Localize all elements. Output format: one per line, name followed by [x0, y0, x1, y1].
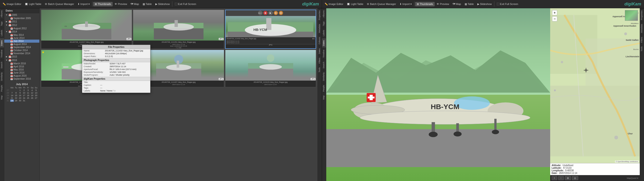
tree-2014[interactable]: ▼ 📅 2014	[4, 30, 39, 34]
day-21[interactable]: 21	[10, 97, 14, 99]
labels-tab[interactable]: Labels	[0, 28, 4, 38]
day-19[interactable]: 19	[30, 94, 34, 97]
preview-button[interactable]: 👁Preview	[113, 2, 129, 6]
tree-2015[interactable]: ▶ 📅 2015	[4, 55, 39, 58]
day-16[interactable]: 16	[18, 94, 22, 97]
search-tab[interactable]: Search	[0, 60, 4, 70]
day-18[interactable]: 18	[26, 94, 30, 97]
tree-aug2012[interactable]: 📆 August 2012	[4, 27, 39, 30]
exit-fullscreen-r-button[interactable]: ⛶Exit Full Screen	[495, 2, 520, 6]
r-dates-tab[interactable]: Dates	[322, 38, 326, 48]
tree-mar2016[interactable]: 📆 March 2016	[4, 62, 39, 65]
r-tools-tab[interactable]: Tools	[640, 44, 644, 53]
filters-tab[interactable]: Filters	[318, 56, 322, 66]
thumb-item-6[interactable]: JPG 20140728_113123-Vary_Eze_Ragaz.jpg 2…	[225, 50, 316, 87]
map-tb-center-btn[interactable]: ◎	[572, 176, 578, 180]
day-28[interactable]: 28	[10, 100, 14, 102]
thumb-item-2[interactable]: JPG 20140728_111151-Vary_Eze_Ragaz.jpg 2…	[133, 10, 224, 49]
day-10[interactable]: 10	[22, 92, 26, 94]
popup-btn-stop[interactable]: ■	[263, 11, 268, 15]
day-8[interactable]: 8	[14, 92, 18, 94]
day-25[interactable]: 25	[26, 97, 30, 99]
day-13[interactable]: 13	[34, 92, 38, 94]
popup-btn-end[interactable]: ⊗	[279, 11, 283, 15]
r-meta-tab[interactable]: Metadata	[640, 22, 644, 35]
props-tab[interactable]: Properties	[318, 8, 322, 22]
batch-queue-button[interactable]: ⚙Batch Queue Manager	[43, 2, 76, 6]
day-20[interactable]: 20	[34, 94, 38, 97]
r-tags-tab[interactable]: Tags	[322, 19, 326, 28]
tree-sep2014[interactable]: 📆 September 2014	[4, 46, 39, 49]
tree-2005[interactable]: ▼ 📅 2005	[4, 13, 39, 17]
r-labels-tab[interactable]: Labels	[322, 28, 326, 38]
map-tb-zoom-out-btn[interactable]: −	[558, 176, 564, 180]
day-29[interactable]: 29	[14, 100, 18, 102]
tree-may2016[interactable]: 📆 May 2016	[4, 68, 39, 71]
thumbnails-r-button[interactable]: ⊞Thumbnails	[415, 2, 435, 6]
day-31[interactable]: 31	[22, 100, 26, 102]
r-props-tab[interactable]: Properties	[640, 8, 644, 22]
map-area[interactable]: Appenzell Ausserrhoden Appenzell Innerrh…	[550, 8, 640, 163]
tree-apr2016[interactable]: 📆 April 2016	[4, 65, 39, 68]
day-26[interactable]: 26	[30, 97, 34, 99]
tags-tab[interactable]: Tags	[0, 19, 4, 28]
import-button[interactable]: ⬇Import▾	[76, 2, 92, 6]
thumbnails-button[interactable]: ⊞Thumbnails	[93, 2, 113, 6]
day-12[interactable]: 12	[30, 92, 34, 94]
meta-tab[interactable]: Metadata	[318, 22, 322, 35]
day-11[interactable]: 11	[26, 92, 30, 94]
colours-tab[interactable]: Colours	[318, 35, 322, 46]
day-2[interactable]: 2	[22, 89, 26, 92]
thumb-item-3[interactable]: ⟵ ■ ▶ ⊕ ⊗ HB-YCM	[225, 10, 316, 49]
image-editor-button[interactable]: ✏️Image Editor	[1, 2, 23, 6]
map-button[interactable]: 🗺Map	[129, 2, 140, 6]
r-people-tab[interactable]: People	[322, 83, 326, 94]
thumb-item-1[interactable]: HB- JPG 20140728_111017-Vary_Eze_Ragaz.j…	[41, 10, 132, 49]
image-editor-r-button[interactable]: ✏️Image Editor	[323, 2, 345, 6]
tree-2016[interactable]: ▼ 📅 2016	[4, 58, 39, 62]
r-filters-tab[interactable]: Filters	[640, 35, 644, 45]
tree-aug2014[interactable]: 📆 August 2014	[4, 43, 39, 46]
exit-fullscreen-button[interactable]: ⛶Exit Full Screen	[173, 2, 198, 6]
day-4[interactable]: 4	[30, 89, 34, 92]
timeline-tab[interactable]: Timeline	[0, 48, 4, 60]
popup-btn-next[interactable]: ⊕	[274, 11, 278, 15]
tree-jun2014[interactable]: 📆 June 2014	[4, 36, 39, 40]
day-24[interactable]: 24	[22, 97, 26, 99]
day-9[interactable]: 9	[18, 92, 22, 94]
tree-2012[interactable]: ▼ 📅 2012	[4, 23, 39, 27]
tools-tab[interactable]: Tools	[318, 66, 322, 74]
tree-jul2014[interactable]: 📆 July 2014	[4, 40, 39, 43]
slideshow-button[interactable]: ▶Slideshow	[154, 2, 171, 6]
popup-btn-home[interactable]: ⟵	[258, 11, 262, 15]
similarity-tab[interactable]: Similarity	[0, 70, 4, 83]
dates-tab[interactable]: Dates	[0, 38, 4, 48]
r-timeline-tab[interactable]: Timeline	[322, 48, 326, 60]
map-r-button[interactable]: 🗺Map	[451, 2, 462, 6]
slideshow-r-button[interactable]: ▶Slideshow	[476, 2, 493, 6]
day-3[interactable]: 3	[26, 89, 30, 92]
tree-nov2014[interactable]: 📆 November 2014	[4, 52, 39, 55]
r-similarity-tab[interactable]: Similarity	[322, 70, 326, 83]
batch-queue-r-button[interactable]: ⚙Batch Queue Manager	[365, 2, 398, 6]
tree-2011[interactable]: ▶ 📅 2011	[4, 20, 39, 23]
day-27[interactable]: 27	[34, 97, 38, 99]
day-15[interactable]: 15	[14, 94, 18, 97]
table-r-button[interactable]: ▦Table	[463, 2, 476, 6]
tree-may2014[interactable]: 📆 May 2014	[4, 34, 39, 36]
tree-sep2016[interactable]: 📆 September 2016	[4, 77, 39, 80]
tree-jun2016[interactable]: 📆 June 2016	[4, 71, 39, 74]
tree-sep2005[interactable]: 📆 September 2005	[4, 17, 39, 20]
day-1[interactable]: 1	[18, 89, 22, 92]
albums-tab[interactable]: Albums	[0, 8, 4, 19]
day-7[interactable]: 7	[10, 92, 14, 94]
day-14[interactable]: 14	[10, 94, 14, 97]
day-23[interactable]: 23	[18, 97, 22, 99]
import-r-button[interactable]: ⬇Import▾	[398, 2, 414, 6]
map-tb-zoom-in-btn[interactable]: +	[552, 176, 557, 180]
day-22[interactable]: 22	[14, 97, 18, 99]
light-table-button[interactable]: 🔲Light Table	[23, 2, 43, 6]
tree-oct2014[interactable]: 📆 October 2014	[4, 49, 39, 52]
map-tb-fit-btn[interactable]: ⊞	[565, 176, 571, 180]
light-table-r-button[interactable]: 🔲Light Table	[345, 2, 365, 6]
